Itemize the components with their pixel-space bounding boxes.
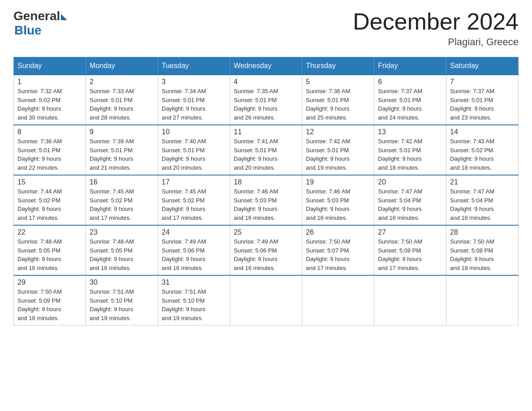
col-saturday: Saturday — [446, 57, 519, 75]
logo-blue-part — [60, 12, 67, 20]
day-info: Sunrise: 7:41 AM Sunset: 5:01 PM Dayligh… — [234, 137, 298, 172]
table-row: 7 Sunrise: 7:37 AM Sunset: 5:01 PM Dayli… — [446, 75, 519, 125]
col-thursday: Thursday — [302, 57, 374, 75]
table-row: 8 Sunrise: 7:38 AM Sunset: 5:01 PM Dayli… — [14, 125, 86, 175]
day-info: Sunrise: 7:38 AM Sunset: 5:01 PM Dayligh… — [17, 137, 82, 172]
table-row: 22 Sunrise: 7:48 AM Sunset: 5:05 PM Dayl… — [14, 225, 86, 275]
table-row: 11 Sunrise: 7:41 AM Sunset: 5:01 PM Dayl… — [230, 125, 302, 175]
col-monday: Monday — [86, 57, 158, 75]
day-number: 6 — [378, 78, 442, 86]
table-row: 14 Sunrise: 7:43 AM Sunset: 5:02 PM Dayl… — [446, 125, 519, 175]
day-number: 10 — [162, 128, 226, 136]
day-number: 8 — [17, 128, 82, 136]
day-info: Sunrise: 7:51 AM Sunset: 5:10 PM Dayligh… — [162, 287, 226, 322]
day-info: Sunrise: 7:51 AM Sunset: 5:10 PM Dayligh… — [90, 287, 154, 322]
table-row: 20 Sunrise: 7:47 AM Sunset: 5:04 PM Dayl… — [374, 175, 446, 225]
day-number: 3 — [162, 78, 226, 86]
day-number: 17 — [162, 178, 226, 186]
table-row: 12 Sunrise: 7:42 AM Sunset: 5:01 PM Dayl… — [302, 125, 374, 175]
day-info: Sunrise: 7:45 AM Sunset: 5:02 PM Dayligh… — [90, 187, 154, 222]
day-number: 11 — [234, 128, 298, 136]
table-row: 5 Sunrise: 7:36 AM Sunset: 5:01 PM Dayli… — [302, 75, 374, 125]
table-row: 18 Sunrise: 7:46 AM Sunset: 5:03 PM Dayl… — [230, 175, 302, 225]
col-sunday: Sunday — [14, 57, 86, 75]
day-info: Sunrise: 7:32 AM Sunset: 5:02 PM Dayligh… — [17, 87, 82, 122]
table-row: 26 Sunrise: 7:50 AM Sunset: 5:07 PM Dayl… — [302, 225, 374, 275]
table-row: 17 Sunrise: 7:45 AM Sunset: 5:02 PM Dayl… — [158, 175, 230, 225]
day-info: Sunrise: 7:35 AM Sunset: 5:01 PM Dayligh… — [234, 87, 298, 122]
day-number: 25 — [234, 228, 298, 236]
logo-blue-text: Blue — [14, 23, 67, 38]
day-number: 26 — [306, 228, 370, 236]
day-number: 22 — [17, 228, 82, 236]
day-info: Sunrise: 7:34 AM Sunset: 5:01 PM Dayligh… — [162, 87, 226, 122]
day-number: 2 — [90, 78, 154, 86]
logo-arrow-icon — [61, 14, 67, 20]
day-number: 16 — [90, 178, 154, 186]
day-info: Sunrise: 7:37 AM Sunset: 5:01 PM Dayligh… — [378, 87, 442, 122]
day-info: Sunrise: 7:45 AM Sunset: 5:02 PM Dayligh… — [162, 187, 226, 222]
table-row: 28 Sunrise: 7:50 AM Sunset: 5:08 PM Dayl… — [446, 225, 519, 275]
table-row: 3 Sunrise: 7:34 AM Sunset: 5:01 PM Dayli… — [158, 75, 230, 125]
table-row: 31 Sunrise: 7:51 AM Sunset: 5:10 PM Dayl… — [158, 275, 230, 325]
table-row: 4 Sunrise: 7:35 AM Sunset: 5:01 PM Dayli… — [230, 75, 302, 125]
title-section: December 2024 Plagiari, Greece — [353, 9, 519, 48]
table-row: 13 Sunrise: 7:42 AM Sunset: 5:01 PM Dayl… — [374, 125, 446, 175]
table-row: 19 Sunrise: 7:46 AM Sunset: 5:03 PM Dayl… — [302, 175, 374, 225]
logo-general-text: General — [13, 9, 60, 23]
day-number: 27 — [378, 228, 442, 236]
col-tuesday: Tuesday — [158, 57, 230, 75]
day-number: 5 — [306, 78, 370, 86]
day-number: 28 — [450, 228, 515, 236]
day-info: Sunrise: 7:47 AM Sunset: 5:04 PM Dayligh… — [450, 187, 515, 222]
day-info: Sunrise: 7:46 AM Sunset: 5:03 PM Dayligh… — [306, 187, 370, 222]
table-row: 2 Sunrise: 7:33 AM Sunset: 5:01 PM Dayli… — [86, 75, 158, 125]
day-info: Sunrise: 7:37 AM Sunset: 5:01 PM Dayligh… — [450, 87, 515, 122]
day-info: Sunrise: 7:50 AM Sunset: 5:08 PM Dayligh… — [378, 237, 442, 272]
week-row-2: 8 Sunrise: 7:38 AM Sunset: 5:01 PM Dayli… — [14, 125, 519, 175]
table-row: 15 Sunrise: 7:44 AM Sunset: 5:02 PM Dayl… — [14, 175, 86, 225]
day-info: Sunrise: 7:39 AM Sunset: 5:01 PM Dayligh… — [90, 137, 154, 172]
week-row-1: 1 Sunrise: 7:32 AM Sunset: 5:02 PM Dayli… — [14, 75, 519, 125]
day-number: 15 — [17, 178, 82, 186]
day-info: Sunrise: 7:40 AM Sunset: 5:01 PM Dayligh… — [162, 137, 226, 172]
day-info: Sunrise: 7:50 AM Sunset: 5:09 PM Dayligh… — [17, 287, 82, 322]
day-number: 19 — [306, 178, 370, 186]
table-row — [230, 275, 302, 325]
location-subtitle: Plagiari, Greece — [353, 36, 519, 48]
day-number: 29 — [17, 278, 82, 287]
table-row: 10 Sunrise: 7:40 AM Sunset: 5:01 PM Dayl… — [158, 125, 230, 175]
day-info: Sunrise: 7:47 AM Sunset: 5:04 PM Dayligh… — [378, 187, 442, 222]
day-info: Sunrise: 7:46 AM Sunset: 5:03 PM Dayligh… — [234, 187, 298, 222]
day-info: Sunrise: 7:48 AM Sunset: 5:05 PM Dayligh… — [90, 237, 154, 272]
day-info: Sunrise: 7:33 AM Sunset: 5:01 PM Dayligh… — [90, 87, 154, 122]
day-info: Sunrise: 7:50 AM Sunset: 5:07 PM Dayligh… — [306, 237, 370, 272]
page-header: General Blue December 2024 Plagiari, Gre… — [13, 9, 519, 48]
day-info: Sunrise: 7:48 AM Sunset: 5:05 PM Dayligh… — [17, 237, 82, 272]
day-number: 14 — [450, 128, 515, 136]
month-year-title: December 2024 — [353, 9, 519, 34]
table-row: 21 Sunrise: 7:47 AM Sunset: 5:04 PM Dayl… — [446, 175, 519, 225]
table-row: 30 Sunrise: 7:51 AM Sunset: 5:10 PM Dayl… — [86, 275, 158, 325]
week-row-5: 29 Sunrise: 7:50 AM Sunset: 5:09 PM Dayl… — [14, 275, 519, 325]
day-number: 7 — [450, 78, 515, 86]
table-row: 25 Sunrise: 7:49 AM Sunset: 5:06 PM Dayl… — [230, 225, 302, 275]
day-number: 1 — [17, 78, 82, 86]
day-info: Sunrise: 7:42 AM Sunset: 5:01 PM Dayligh… — [378, 137, 442, 172]
week-row-3: 15 Sunrise: 7:44 AM Sunset: 5:02 PM Dayl… — [14, 175, 519, 225]
day-info: Sunrise: 7:42 AM Sunset: 5:01 PM Dayligh… — [306, 137, 370, 172]
table-row — [446, 275, 519, 325]
day-number: 13 — [378, 128, 442, 136]
table-row: 6 Sunrise: 7:37 AM Sunset: 5:01 PM Dayli… — [374, 75, 446, 125]
day-info: Sunrise: 7:50 AM Sunset: 5:08 PM Dayligh… — [450, 237, 515, 272]
day-number: 18 — [234, 178, 298, 186]
day-number: 21 — [450, 178, 515, 186]
table-row: 9 Sunrise: 7:39 AM Sunset: 5:01 PM Dayli… — [86, 125, 158, 175]
day-info: Sunrise: 7:43 AM Sunset: 5:02 PM Dayligh… — [450, 137, 515, 172]
table-row: 1 Sunrise: 7:32 AM Sunset: 5:02 PM Dayli… — [14, 75, 86, 125]
day-info: Sunrise: 7:49 AM Sunset: 5:06 PM Dayligh… — [234, 237, 298, 272]
table-row: 27 Sunrise: 7:50 AM Sunset: 5:08 PM Dayl… — [374, 225, 446, 275]
logo: General Blue — [13, 9, 67, 38]
day-info: Sunrise: 7:36 AM Sunset: 5:01 PM Dayligh… — [306, 87, 370, 122]
table-row: 24 Sunrise: 7:49 AM Sunset: 5:06 PM Dayl… — [158, 225, 230, 275]
